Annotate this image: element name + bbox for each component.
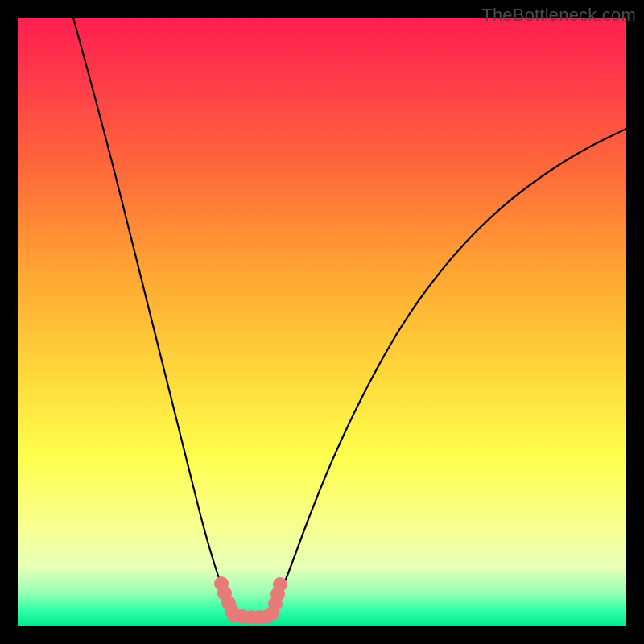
curve-left-branch (73, 18, 237, 615)
marker-group (214, 576, 287, 625)
curve-layer (18, 18, 626, 626)
marker-dot (273, 577, 287, 592)
plot-frame (18, 18, 626, 626)
watermark-text: TheBottleneck.com (481, 5, 636, 26)
curve-right-branch (272, 129, 626, 613)
